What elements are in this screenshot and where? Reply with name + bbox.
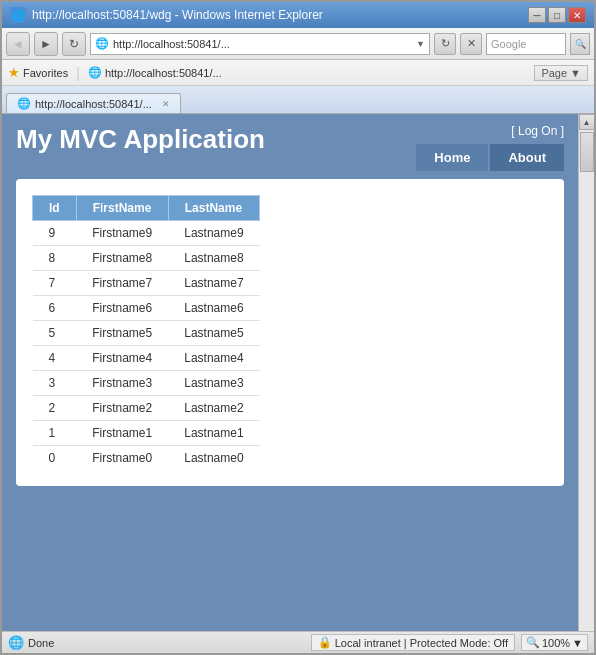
- cell-lastname: Lastname7: [168, 271, 259, 296]
- cell-lastname: Lastname2: [168, 396, 259, 421]
- cell-id: 7: [33, 271, 77, 296]
- page-btn-label: Page: [541, 67, 567, 79]
- window-controls[interactable]: ─ □ ✕: [528, 7, 586, 23]
- cell-lastname: Lastname8: [168, 246, 259, 271]
- address-input[interactable]: [113, 38, 412, 50]
- col-header-id: Id: [33, 196, 77, 221]
- tab-icon: 🌐: [17, 97, 31, 110]
- stop-button[interactable]: ✕: [460, 33, 482, 55]
- address-dropdown-icon[interactable]: ▼: [416, 39, 425, 49]
- vertical-scrollbar[interactable]: ▲: [578, 114, 594, 631]
- back-button[interactable]: ◄: [6, 32, 30, 56]
- title-bar-left: 🌐 http://localhost:50841/wdg - Windows I…: [10, 7, 323, 23]
- browser-window: 🌐 http://localhost:50841/wdg - Windows I…: [0, 0, 596, 655]
- home-nav-button[interactable]: Home: [416, 144, 488, 171]
- browser-content-area: My MVC Application [ Log On ] Home About: [2, 114, 594, 631]
- cell-lastname: Lastname3: [168, 371, 259, 396]
- cell-id: 3: [33, 371, 77, 396]
- cell-firstname: Firstname2: [76, 396, 168, 421]
- cell-id: 0: [33, 446, 77, 471]
- security-text: Local intranet | Protected Mode: Off: [335, 637, 508, 649]
- scroll-up-button[interactable]: ▲: [579, 114, 595, 130]
- zoom-level: 100%: [542, 637, 570, 649]
- cell-firstname: Firstname5: [76, 321, 168, 346]
- page-btn-dropdown-icon: ▼: [570, 67, 581, 79]
- table-row: 4Firstname4Lastname4: [33, 346, 260, 371]
- table-row: 8Firstname8Lastname8: [33, 246, 260, 271]
- page-inner: My MVC Application [ Log On ] Home About: [2, 114, 578, 631]
- cell-id: 1: [33, 421, 77, 446]
- zoom-dropdown-icon: ▼: [572, 637, 583, 649]
- table-row: 0Firstname0Lastname0: [33, 446, 260, 471]
- about-nav-button[interactable]: About: [490, 144, 564, 171]
- refresh-page-button[interactable]: ↻: [434, 33, 456, 55]
- table-row: 9Firstname9Lastname9: [33, 221, 260, 246]
- zoom-icon: 🔍: [526, 636, 540, 649]
- content-box: Id FirstName LastName 9Firstname9Lastnam…: [16, 179, 564, 486]
- favorites-separator: |: [76, 65, 80, 81]
- favorites-tab-icon: 🌐: [88, 66, 102, 79]
- cell-lastname: Lastname5: [168, 321, 259, 346]
- table-row: 5Firstname5Lastname5: [33, 321, 260, 346]
- cell-firstname: Firstname1: [76, 421, 168, 446]
- table-header-row: Id FirstName LastName: [33, 196, 260, 221]
- header-right: [ Log On ] Home About: [416, 124, 564, 171]
- tab-close-icon[interactable]: ✕: [162, 99, 170, 109]
- cell-firstname: Firstname0: [76, 446, 168, 471]
- cell-firstname: Firstname7: [76, 271, 168, 296]
- table-row: 7Firstname7Lastname7: [33, 271, 260, 296]
- favorites-star-icon: ★: [8, 65, 20, 80]
- zoom-control[interactable]: 🔍 100% ▼: [521, 634, 588, 651]
- status-text: Done: [28, 637, 54, 649]
- cell-firstname: Firstname3: [76, 371, 168, 396]
- page-content: My MVC Application [ Log On ] Home About: [2, 114, 578, 631]
- page-button[interactable]: Page ▼: [534, 65, 588, 81]
- maximize-button[interactable]: □: [548, 7, 566, 23]
- col-header-lastname: LastName: [168, 196, 259, 221]
- cell-firstname: Firstname4: [76, 346, 168, 371]
- status-icon: 🌐: [8, 635, 24, 650]
- cell-id: 6: [33, 296, 77, 321]
- table-row: 6Firstname6Lastname6: [33, 296, 260, 321]
- table-row: 2Firstname2Lastname2: [33, 396, 260, 421]
- cell-id: 2: [33, 396, 77, 421]
- page-header: My MVC Application [ Log On ] Home About: [16, 124, 564, 171]
- close-button[interactable]: ✕: [568, 7, 586, 23]
- search-go-button[interactable]: 🔍: [570, 33, 590, 55]
- table-head: Id FirstName LastName: [33, 196, 260, 221]
- title-bar: 🌐 http://localhost:50841/wdg - Windows I…: [2, 2, 594, 28]
- cell-lastname: Lastname1: [168, 421, 259, 446]
- google-label: Google: [491, 38, 526, 50]
- forward-button[interactable]: ►: [34, 32, 58, 56]
- nav-buttons: Home About: [416, 144, 564, 171]
- status-left: 🌐 Done: [8, 635, 303, 650]
- active-tab[interactable]: 🌐 http://localhost:50841/... ✕: [6, 93, 181, 113]
- status-bar: 🌐 Done 🔒 Local intranet | Protected Mode…: [2, 631, 594, 653]
- nav-bar: ◄ ► ↻ 🌐 ▼ ↻ ✕ Google 🔍: [2, 28, 594, 60]
- address-bar: 🌐 ▼: [90, 33, 430, 55]
- cell-lastname: Lastname0: [168, 446, 259, 471]
- cell-firstname: Firstname8: [76, 246, 168, 271]
- cell-lastname: Lastname6: [168, 296, 259, 321]
- security-status: 🔒 Local intranet | Protected Mode: Off: [311, 634, 515, 651]
- scroll-thumb[interactable]: [580, 132, 594, 172]
- favorites-tab-item[interactable]: 🌐 http://localhost:50841/...: [88, 66, 222, 79]
- favorites-tab-label: http://localhost:50841/...: [105, 67, 222, 79]
- cell-firstname: Firstname6: [76, 296, 168, 321]
- cell-lastname: Lastname9: [168, 221, 259, 246]
- col-header-firstname: FirstName: [76, 196, 168, 221]
- tab-label: http://localhost:50841/...: [35, 98, 152, 110]
- lock-icon: 🔒: [318, 636, 332, 649]
- refresh-button[interactable]: ↻: [62, 32, 86, 56]
- app-title: My MVC Application: [16, 124, 265, 155]
- favorites-label: Favorites: [23, 67, 68, 79]
- status-right: 🔒 Local intranet | Protected Mode: Off 🔍…: [311, 634, 588, 651]
- cell-id: 8: [33, 246, 77, 271]
- table-body: 9Firstname9Lastname98Firstname8Lastname8…: [33, 221, 260, 471]
- favorites-item[interactable]: ★ Favorites: [8, 65, 68, 80]
- window-title: http://localhost:50841/wdg - Windows Int…: [32, 8, 323, 22]
- cell-id: 9: [33, 221, 77, 246]
- logon-link[interactable]: [ Log On ]: [511, 124, 564, 138]
- minimize-button[interactable]: ─: [528, 7, 546, 23]
- google-search-box[interactable]: Google: [486, 33, 566, 55]
